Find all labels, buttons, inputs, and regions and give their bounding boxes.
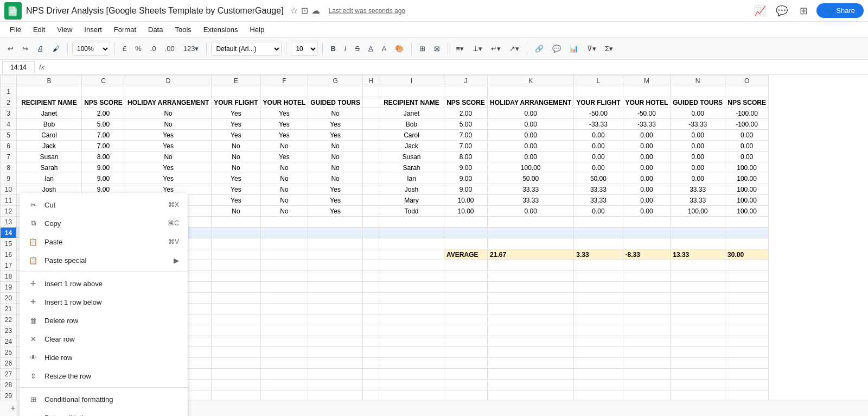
- cell-r-nps[interactable]: 9.00: [444, 173, 488, 184]
- cell[interactable]: [574, 217, 623, 228]
- cell-tours[interactable]: Yes: [308, 195, 363, 206]
- cell-holiday[interactable]: Yes: [125, 173, 212, 184]
- formula-input[interactable]: [49, 62, 866, 72]
- cell[interactable]: [363, 249, 379, 260]
- cell-r-holiday[interactable]: 50.00: [488, 173, 574, 184]
- paint-format-button[interactable]: 🖌: [49, 42, 63, 55]
- filter-button[interactable]: ⊽▾: [584, 42, 599, 55]
- menu-extensions[interactable]: Extensions: [198, 23, 244, 36]
- link-button[interactable]: 🔗: [532, 42, 547, 55]
- cell[interactable]: [379, 217, 444, 228]
- cell[interactable]: [671, 228, 725, 238]
- cell[interactable]: [308, 228, 363, 238]
- cell-tours[interactable]: Yes: [308, 184, 363, 195]
- cell-holiday[interactable]: Yes: [125, 141, 212, 152]
- cell-hotel[interactable]: Yes: [260, 119, 308, 130]
- cell[interactable]: [444, 217, 488, 228]
- cell-name[interactable]: Sarah: [17, 162, 82, 173]
- fill-color-button[interactable]: 🎨: [392, 42, 407, 55]
- cell-name[interactable]: Ian: [17, 173, 82, 184]
- ctx-paste-special[interactable]: 📋 Paste special ▶: [20, 251, 188, 269]
- cell-r-score[interactable]: 100.00: [725, 184, 769, 195]
- cell[interactable]: [212, 249, 260, 260]
- ctx-delete-row[interactable]: 🗑 Delete row: [20, 311, 188, 330]
- cell-r-flight[interactable]: 0.00: [574, 130, 623, 141]
- cell-r-holiday[interactable]: 0.00: [488, 108, 574, 119]
- header-cell-recipient[interactable]: RECIPIENT NAME: [17, 97, 82, 108]
- cell[interactable]: [623, 86, 671, 97]
- wrap-button[interactable]: ↵▾: [488, 42, 504, 55]
- decimal0-button[interactable]: .0: [147, 42, 159, 55]
- cell-r-hotel[interactable]: 0.00: [623, 162, 671, 173]
- cell[interactable]: [488, 86, 574, 97]
- cell[interactable]: [125, 86, 212, 97]
- cell[interactable]: [363, 152, 379, 162]
- cell-r-tours[interactable]: 0.00: [671, 130, 725, 141]
- cell[interactable]: [725, 228, 769, 238]
- cell[interactable]: [363, 184, 379, 195]
- cell-r-flight[interactable]: 50.00: [574, 173, 623, 184]
- cell-r-hotel[interactable]: 0.00: [623, 195, 671, 206]
- cell-r-nps[interactable]: 10.00: [444, 195, 488, 206]
- print-button[interactable]: 🖨: [34, 42, 47, 55]
- borders-button[interactable]: ⊞: [416, 42, 429, 55]
- cell-r-name[interactable]: Susan: [379, 152, 444, 162]
- cell-r-score[interactable]: 100.00: [725, 162, 769, 173]
- cell[interactable]: [308, 249, 363, 260]
- cell-r-tours[interactable]: -33.33: [671, 119, 725, 130]
- cell-avg-holiday[interactable]: 21.67: [488, 249, 574, 260]
- menu-tools[interactable]: Tools: [169, 23, 196, 36]
- cell-nps[interactable]: 7.00: [82, 130, 125, 141]
- cell-name[interactable]: Carol: [17, 130, 82, 141]
- cell[interactable]: [363, 119, 379, 130]
- cell-r-hotel[interactable]: -50.00: [623, 108, 671, 119]
- cell-r-tours[interactable]: 0.00: [671, 162, 725, 173]
- cell-tours[interactable]: No: [308, 141, 363, 152]
- ctx-paste[interactable]: 📋 Paste ⌘V: [20, 232, 188, 251]
- cell-r-holiday[interactable]: 33.33: [488, 184, 574, 195]
- undo-button[interactable]: ↩: [4, 42, 17, 55]
- col-header-K[interactable]: K: [488, 75, 574, 86]
- cell-r-name[interactable]: Janet: [379, 108, 444, 119]
- cell-r-score[interactable]: 100.00: [725, 206, 769, 217]
- cell-hotel[interactable]: No: [260, 141, 308, 152]
- cell-r-score[interactable]: -100.00: [725, 119, 769, 130]
- cell[interactable]: [363, 86, 379, 97]
- cell-nps[interactable]: 2.00: [82, 108, 125, 119]
- col-header-D[interactable]: D: [125, 75, 212, 86]
- cell-r-flight[interactable]: -33.33: [574, 119, 623, 130]
- cell-r-holiday[interactable]: 0.00: [488, 206, 574, 217]
- cell-r-nps[interactable]: 7.00: [444, 130, 488, 141]
- cell-hotel[interactable]: Yes: [260, 152, 308, 162]
- cell[interactable]: [363, 97, 379, 108]
- cell[interactable]: [363, 130, 379, 141]
- cell[interactable]: [363, 217, 379, 228]
- star-icon[interactable]: ☆: [290, 5, 298, 16]
- cell-flight[interactable]: Yes: [212, 119, 260, 130]
- menu-help[interactable]: Help: [244, 23, 270, 36]
- chart-button[interactable]: 📈: [751, 2, 769, 20]
- cell-nps[interactable]: 5.00: [82, 119, 125, 130]
- cell-flight[interactable]: Yes: [212, 173, 260, 184]
- ctx-resize-row[interactable]: ⇕ Resize the row: [20, 367, 188, 385]
- header-cell-r-holiday[interactable]: HOLIDAY ARRANGEMENT: [488, 97, 574, 108]
- cell[interactable]: [488, 228, 574, 238]
- header-cell-holiday[interactable]: HOLIDAY ARRANGEMENT: [125, 97, 212, 108]
- zoom-select[interactable]: 100%: [72, 42, 110, 56]
- cell[interactable]: [260, 238, 308, 249]
- cell-flight[interactable]: Yes: [212, 130, 260, 141]
- cell-nps[interactable]: 8.00: [82, 152, 125, 162]
- menu-data[interactable]: Data: [143, 23, 168, 36]
- cell-r-score[interactable]: 0.00: [725, 130, 769, 141]
- currency-button[interactable]: £: [119, 42, 130, 55]
- cell[interactable]: [363, 173, 379, 184]
- cell-flight[interactable]: Yes: [212, 195, 260, 206]
- cell-r-name[interactable]: Mary: [379, 195, 444, 206]
- cell[interactable]: [725, 217, 769, 228]
- cell-r-name[interactable]: Jack: [379, 141, 444, 152]
- cell[interactable]: [444, 238, 488, 249]
- cell-average-label[interactable]: AVERAGE: [444, 249, 488, 260]
- cell-r-holiday[interactable]: 0.00: [488, 119, 574, 130]
- cell-flight[interactable]: No: [212, 141, 260, 152]
- cell-r-name[interactable]: Sarah: [379, 162, 444, 173]
